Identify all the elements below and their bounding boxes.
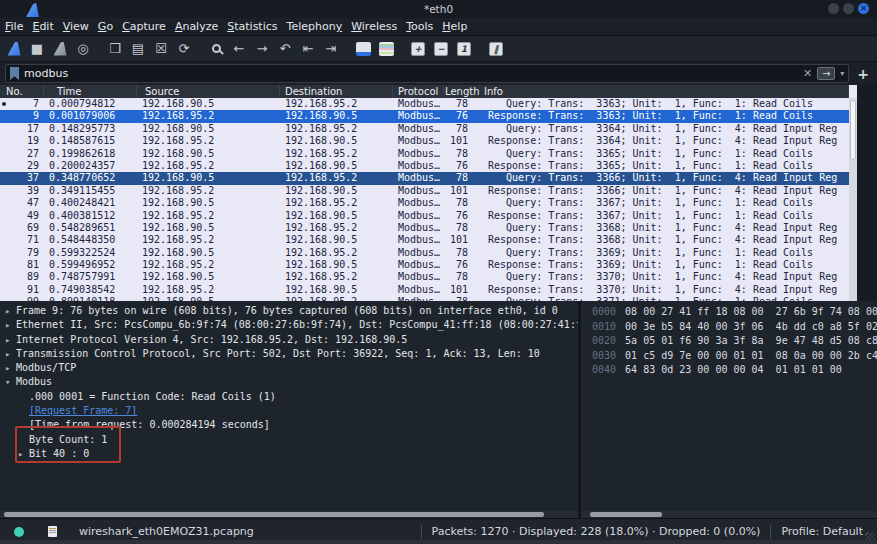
expander-icon[interactable]: ▸ xyxy=(5,333,16,347)
detail-line[interactable]: ▸Frame 9: 76 bytes on wire (608 bits), 7… xyxy=(0,304,578,318)
hex-offset: 0040 xyxy=(592,364,616,375)
colorize-packets-icon[interactable] xyxy=(377,40,395,58)
menu-file[interactable]: File xyxy=(5,20,23,33)
menu-analyze[interactable]: Analyze xyxy=(175,20,218,33)
packet-row[interactable]: 170.148295773192.168.90.5192.168.95.2Mod… xyxy=(0,123,849,135)
save-file-icon[interactable]: ▤ xyxy=(129,40,147,58)
packet-row[interactable]: 270.199862618192.168.90.5192.168.95.2Mod… xyxy=(0,148,849,160)
column-header-length[interactable]: Length xyxy=(444,85,472,98)
column-header-info[interactable]: Info xyxy=(472,85,849,98)
find-packet-icon[interactable] xyxy=(207,40,225,58)
menu-statistics[interactable]: Statistics xyxy=(227,20,277,33)
menu-wireless[interactable]: Wireless xyxy=(351,20,397,33)
minimize-button[interactable] xyxy=(828,3,839,14)
capture-options-icon[interactable]: ◎ xyxy=(74,40,92,58)
packet-row[interactable]: 390.349115455192.168.95.2192.168.90.5Mod… xyxy=(0,185,849,197)
packet-row[interactable]: 90.001079006192.168.95.2192.168.90.5Modb… xyxy=(0,110,849,122)
zoom-in-icon[interactable]: + xyxy=(409,40,427,58)
hex-row[interactable]: 000008 00 27 41 ff 18 08 00 27 6b 9f 74 … xyxy=(592,305,877,320)
go-to-packet-icon[interactable]: ↶ xyxy=(276,40,294,58)
menu-capture[interactable]: Capture xyxy=(122,20,166,33)
hex-row[interactable]: 003001 c5 d9 7e 00 00 01 01 08 0a 00 00 … xyxy=(592,349,877,364)
column-header-protocol[interactable]: Protocol xyxy=(393,85,444,98)
close-button[interactable]: ✕ xyxy=(858,3,869,14)
expander-icon[interactable]: ▸ xyxy=(5,361,16,375)
packet-row[interactable]: 490.400381512192.168.95.2192.168.90.5Mod… xyxy=(0,210,849,222)
start-capture-icon[interactable] xyxy=(5,40,23,58)
menu-telephony[interactable]: Telephony xyxy=(287,20,343,33)
filter-bar: ✕ → ▾ + xyxy=(0,62,877,85)
packet-row[interactable]: 370.348770652192.168.90.5192.168.95.2Mod… xyxy=(0,172,849,184)
packet-row[interactable]: 710.548448350192.168.95.2192.168.90.5Mod… xyxy=(0,234,849,246)
menu-go[interactable]: Go xyxy=(98,20,113,33)
packet-row[interactable]: 290.200024357192.168.95.2192.168.90.5Mod… xyxy=(0,160,849,172)
hex-bytes: 01 c5 d9 7e 00 00 01 01 08 0a 00 00 2b c… xyxy=(625,350,877,361)
detail-line[interactable]: ▾Modbus xyxy=(0,375,578,389)
go-last-packet-icon[interactable]: ⇥ xyxy=(322,40,340,58)
capture-comment-icon[interactable] xyxy=(48,526,57,537)
stop-capture-icon[interactable]: ■ xyxy=(28,40,46,58)
detail-line[interactable]: ▸Modbus/TCP xyxy=(0,361,578,375)
bottom-edge xyxy=(0,540,877,544)
open-file-icon[interactable]: ❒ xyxy=(106,40,124,58)
go-back-icon[interactable]: ← xyxy=(230,40,248,58)
filter-text-field[interactable] xyxy=(24,67,798,80)
filter-clear-icon[interactable]: ✕ xyxy=(803,67,812,80)
hex-bytes: 08 00 27 41 ff 18 08 00 27 6b 9f 74 08 0… xyxy=(625,306,877,317)
hex-row[interactable]: 004064 83 0d 23 00 00 00 04 01 01 01 00 xyxy=(592,363,877,378)
detail-line[interactable]: ▸Internet Protocol Version 4, Src: 192.1… xyxy=(0,333,578,347)
hex-bytes: 00 3e b5 84 40 00 3f 06 4b dd c0 a8 5f 0… xyxy=(625,321,877,332)
detail-line[interactable]: ▸Transmission Control Protocol, Src Port… xyxy=(0,347,578,361)
menu-help[interactable]: Help xyxy=(442,20,467,33)
packet-row[interactable]: 890.748757991192.168.90.5192.168.95.2Mod… xyxy=(0,271,849,283)
details-hscrollbar-thumb[interactable] xyxy=(4,512,544,517)
filter-bookmark-icon[interactable] xyxy=(10,67,19,80)
packet-row[interactable]: 470.400248421192.168.90.5192.168.95.2Mod… xyxy=(0,197,849,209)
detail-line[interactable]: [Request Frame: 7] xyxy=(0,404,578,418)
packet-row[interactable]: 190.148587615192.168.95.2192.168.90.5Mod… xyxy=(0,135,849,147)
column-header-source[interactable]: Source xyxy=(137,85,280,98)
filter-add-button[interactable]: + xyxy=(854,66,872,82)
menu-view[interactable]: View xyxy=(63,20,89,33)
maximize-button[interactable] xyxy=(843,3,854,14)
menu-bar: FileEditViewGoCaptureAnalyzeStatisticsTe… xyxy=(0,18,877,36)
column-header-time[interactable]: Time xyxy=(44,85,137,98)
expander-icon[interactable]: ▸ xyxy=(5,304,16,318)
column-header-no[interactable]: No. xyxy=(0,85,44,98)
zoom-out-icon[interactable]: − xyxy=(432,40,450,58)
main-toolbar: ■◎❒▤☒⟳←→↶⇤⇥+−1‖ xyxy=(0,36,877,62)
packet-row[interactable]: 910.749038542192.168.95.2192.168.90.5Mod… xyxy=(0,284,849,296)
profile-label[interactable]: Profile: Default xyxy=(781,525,863,538)
packet-row[interactable]: 810.599496952192.168.95.2192.168.90.5Mod… xyxy=(0,259,849,271)
detail-line[interactable]: .000 0001 = Function Code: Read Coils (1… xyxy=(0,390,578,404)
hex-pane: 000008 00 27 41 ff 18 08 00 27 6b 9f 74 … xyxy=(581,301,877,511)
expander-icon[interactable]: ▾ xyxy=(5,375,16,389)
display-filter-input[interactable]: ✕ → ▾ xyxy=(5,64,849,83)
filter-apply-icon[interactable]: → xyxy=(817,67,835,80)
go-forward-icon[interactable]: → xyxy=(253,40,271,58)
reload-icon[interactable]: ⟳ xyxy=(175,40,193,58)
close-file-icon[interactable]: ☒ xyxy=(152,40,170,58)
menu-edit[interactable]: Edit xyxy=(32,20,53,33)
detail-line[interactable]: ▸Ethernet II, Src: PcsCompu_6b:9f:74 (08… xyxy=(0,318,578,332)
hex-row[interactable]: 001000 3e b5 84 40 00 3f 06 4b dd c0 a8 … xyxy=(592,320,877,335)
packet-row[interactable]: 690.548289651192.168.90.5192.168.95.2Mod… xyxy=(0,222,849,234)
go-first-packet-icon[interactable]: ⇤ xyxy=(299,40,317,58)
filter-dropdown-icon[interactable]: ▾ xyxy=(840,69,844,78)
hex-hscrollbar-thumb[interactable] xyxy=(590,512,662,517)
first-packet-mark xyxy=(2,102,6,106)
column-header-destination[interactable]: Destination xyxy=(280,85,393,98)
packet-row[interactable]: 70.000794812192.168.90.5192.168.95.2Modb… xyxy=(0,98,849,110)
expander-icon[interactable]: ▸ xyxy=(5,347,16,361)
expander-icon[interactable]: ▸ xyxy=(5,318,16,332)
menu-tools[interactable]: Tools xyxy=(406,20,433,33)
zoom-100-icon[interactable]: 1 xyxy=(455,40,473,58)
hex-offset: 0030 xyxy=(592,350,616,361)
packet-row[interactable]: 790.599322524192.168.90.5192.168.95.2Mod… xyxy=(0,247,849,259)
restart-capture-icon[interactable] xyxy=(51,40,69,58)
resize-columns-icon[interactable]: ‖ xyxy=(487,40,505,58)
hex-row[interactable]: 00205a 05 01 f6 90 3a 3f 8a 9e 47 48 d5 … xyxy=(592,334,877,349)
vertical-scrollbar-thumb[interactable] xyxy=(850,100,856,160)
expert-info-icon[interactable] xyxy=(14,527,24,537)
auto-scroll-icon[interactable] xyxy=(354,40,372,58)
